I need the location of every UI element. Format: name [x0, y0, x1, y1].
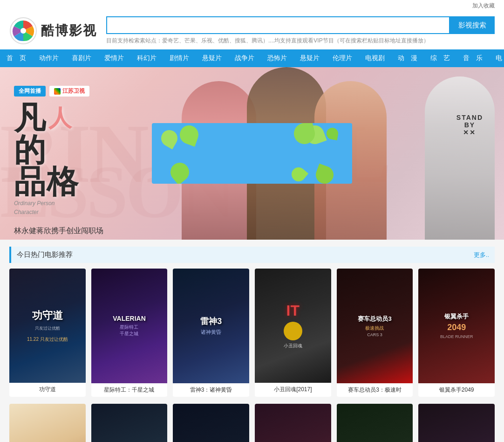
banner-title-en: Ordinary Person Character [14, 199, 163, 217]
ad-leaf-extra4 [313, 164, 336, 184]
bookmark-link[interactable]: 加入收藏 [472, 2, 495, 9]
movie-title: 赛车总动员3：极速时 [337, 383, 413, 397]
badge-tv: 江苏卫视 [49, 86, 89, 97]
movie-card-row2-4[interactable]: 战争 [255, 404, 331, 442]
ad-leaf-tl [177, 123, 201, 147]
badge-network: 全网首播 [14, 86, 46, 97]
section1-title: 今日热门电影推荐 [17, 250, 73, 259]
standby-text: STANDBY✕✕ [456, 114, 483, 136]
movie-card-xiaochou[interactable]: IT 小丑回魂 小丑回魂[2017] [255, 269, 331, 397]
movie-card-yinyi[interactable]: 银翼杀手 2049 BLADE RUNNER 银翼杀手2049 [418, 269, 495, 397]
nav-music[interactable]: 音 乐 [456, 49, 489, 67]
nav-tv[interactable]: 电 视 [489, 49, 504, 67]
top-bar: 加入收藏 [0, 0, 504, 12]
ad-overlay[interactable] [152, 123, 352, 184]
tv-logo-icon [54, 88, 61, 95]
nav-ethics[interactable]: 伦理片 [326, 49, 359, 67]
search-hint: 目前支持检索素站点：爱奇艺、芒果、乐视、优酷、搜狐、腾讯）....均支持直接观看… [106, 37, 495, 45]
nav-action[interactable]: 动作片 [33, 49, 65, 67]
movie-title: 雷神3：诸神黄昏 [173, 383, 249, 397]
svg-point-1 [20, 28, 26, 34]
ad-leaf-extra [326, 127, 339, 140]
search-input[interactable] [106, 16, 450, 34]
banner[interactable]: RINARA L ESSON 全网首播 江苏卫视 凡人 的 品格 [0, 67, 504, 240]
nav-mystery2[interactable]: 悬疑片 [293, 49, 326, 67]
logo-text: 酷博影视 [41, 22, 97, 40]
banner-title-area: 凡人 的 品格 Ordinary Person Character [14, 102, 163, 217]
ad-box [152, 123, 352, 184]
banner-left: 全网首播 江苏卫视 凡人 的 品格 Ordinary Person [0, 67, 177, 240]
logo[interactable]: 酷博影视 [9, 17, 97, 45]
person4-shape [425, 76, 495, 240]
search-area: 影视搜索 目前支持检索素站点：爱奇艺、芒果、乐视、优酷、搜狐、腾讯）....均支… [106, 16, 495, 45]
movie-title: 小丑回魂[2017] [255, 383, 331, 396]
search-button[interactable]: 影视搜索 [450, 16, 495, 34]
header: 酷博影视 影视搜索 目前支持检索素站点：爱奇艺、芒果、乐视、优酷、搜狐、腾讯）.… [0, 12, 504, 49]
movie-card-xingji[interactable]: VALERIAN 星际特工 千星之城 星际特工：千星之城 [91, 269, 168, 397]
section1-header: 今日热门电影推荐 更多.. [9, 247, 495, 263]
logo-icon [9, 17, 37, 45]
movie-card-row2-1[interactable]: 考试成绩 2017年 [9, 404, 86, 442]
banner-badges: 全网首播 江苏卫视 [14, 86, 163, 97]
content-area: 今日热门电影推荐 更多.. 功守道 只友过让优酷 11.22 只友过让优酷 功守… [0, 240, 504, 442]
section1-more-link[interactable]: 更多.. [474, 251, 489, 259]
movie-title: 功守道 [9, 383, 86, 396]
nav-war[interactable]: 战争片 [228, 49, 261, 67]
nav-mystery1[interactable]: 悬疑片 [196, 49, 228, 67]
movie-card-leishen[interactable]: 雷神3 诸神黄昏 雷神3：诸神黄昏 [173, 269, 249, 397]
movie-title: 星际特工：千星之城 [91, 383, 168, 397]
nav-comedy[interactable]: 喜剧片 [65, 49, 98, 67]
search-row: 影视搜索 [106, 16, 495, 34]
nav-tvdrama[interactable]: 电视剧 [359, 49, 391, 67]
movie-card-row2-3[interactable]: 《古惑仔》 结集 2017年独家 [173, 404, 249, 442]
movie-title: 银翼杀手2049 [418, 383, 495, 397]
movies-row1: 功守道 只友过让优酷 11.22 只友过让优酷 功守道 VALERIAN 星际特… [9, 269, 495, 397]
nav-horror[interactable]: 恐怖片 [261, 49, 293, 67]
nav-romance[interactable]: 爱情片 [98, 49, 130, 67]
nav-anime[interactable]: 动 漫 [391, 49, 424, 67]
banner-title-cn: 凡人 的 品格 [14, 102, 163, 197]
nav-home[interactable]: 首 页 [0, 49, 33, 67]
ad-leaf-extra2 [158, 127, 181, 150]
movies-row2: 考试成绩 2017年 黑色 《古惑仔》 [9, 404, 495, 442]
nav-variety[interactable]: 综 艺 [424, 49, 456, 67]
movie-card-row2-5[interactable]: 动作 9.30 上映 [337, 404, 413, 442]
nav-scifi[interactable]: 科幻片 [130, 49, 163, 67]
movie-card-row2-6[interactable]: 科幻 [418, 404, 495, 442]
banner-desc: 林永健蒋欣携手创业闯职场 每晚24点更新1或2集 [14, 224, 163, 240]
ad-leaf-br [289, 165, 308, 184]
movie-card-row2-2[interactable]: 黑色 [91, 404, 168, 442]
movie-card-gongshoudao[interactable]: 功守道 只友过让优酷 11.22 只友过让优酷 功守道 [9, 269, 86, 397]
main-nav: 首 页 动作片 喜剧片 爱情片 科幻片 剧情片 悬疑片 战争片 恐怖片 悬疑片 … [0, 49, 504, 67]
ad-leaf-bl [167, 159, 193, 184]
movie-card-saiche[interactable]: 赛车总动员3 极速挑战 CARS 3 赛车总动员3：极速时 [337, 269, 413, 397]
nav-drama[interactable]: 剧情片 [163, 49, 196, 67]
